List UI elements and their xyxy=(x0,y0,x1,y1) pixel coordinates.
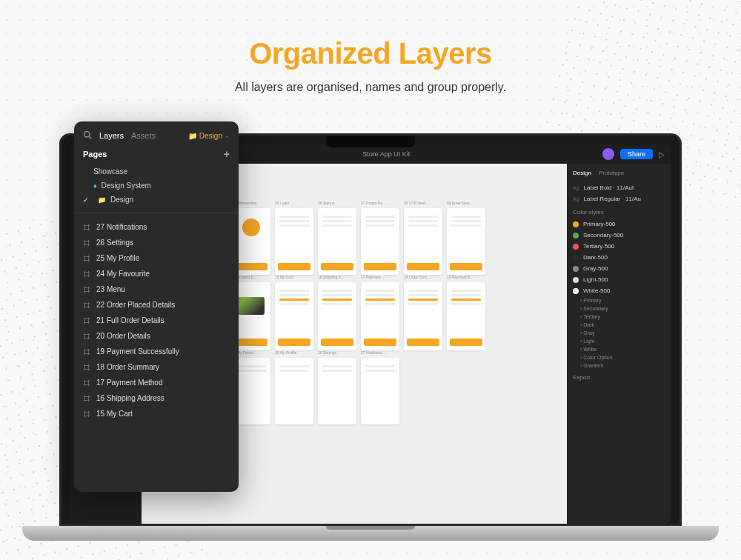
frame-item[interactable]: 19 Payment Successfully xyxy=(83,344,230,359)
color-style-item[interactable]: Light-500 xyxy=(573,274,665,285)
frame-icon xyxy=(83,379,90,387)
frame-item[interactable]: 18 Order Summary xyxy=(83,359,230,375)
frame-item[interactable]: 16 Shipping Address xyxy=(83,390,230,406)
color-swatch xyxy=(573,266,579,272)
tab-prototype[interactable]: Prototype xyxy=(599,170,624,176)
artboard-label: 27 Notificatio… xyxy=(361,350,386,355)
artboard-thumbnail[interactable]: 17 Payment … xyxy=(361,282,399,350)
color-swatch xyxy=(573,244,579,250)
artboard-thumbnail[interactable]: 07 Forgot Pa… xyxy=(361,208,399,275)
frame-icon xyxy=(83,333,90,340)
color-group-item[interactable]: › Secondary xyxy=(573,304,665,313)
artboard-label: 07 Forgot Pa… xyxy=(361,201,386,205)
color-style-item[interactable]: Gray-500 xyxy=(573,263,665,274)
frame-icon xyxy=(83,224,90,231)
tab-assets[interactable]: Assets xyxy=(131,131,156,140)
color-group-item[interactable]: › Light xyxy=(573,337,665,345)
frame-item[interactable]: 23 Menu xyxy=(83,281,230,297)
folder-icon: 📁 xyxy=(98,196,106,204)
color-style-item[interactable]: Dark-500 xyxy=(573,252,665,263)
text-style-item[interactable]: AgLabel Bold · 11/Aut xyxy=(573,182,665,193)
hero-subtitle: All layers are organised, names and grou… xyxy=(0,81,741,94)
frame-icon xyxy=(83,286,90,293)
color-swatch xyxy=(573,221,579,227)
frame-icon xyxy=(83,348,90,356)
artboard-thumbnail[interactable]: 16 Shipping A… xyxy=(318,282,356,350)
color-style-item[interactable]: White-500 xyxy=(573,285,665,296)
color-style-item[interactable]: Tertiary-500 xyxy=(573,241,665,252)
page-indicator[interactable]: 📁 Design ⌄ xyxy=(188,132,230,140)
svg-line-6 xyxy=(89,136,91,139)
artboard-thumbnail[interactable]: 08 OTP Verifi… xyxy=(404,208,442,275)
artboard-thumbnail[interactable]: 15 My Cart xyxy=(275,282,313,350)
frame-item[interactable]: 22 Order Placed Details xyxy=(83,297,230,313)
page-item-selected[interactable]: 📁Design xyxy=(83,193,230,207)
artboard-label: 26 Settings xyxy=(318,350,336,355)
artboard-thumbnail[interactable]: 18 Order Sum… xyxy=(404,282,442,350)
present-icon[interactable]: ▷ xyxy=(659,150,665,159)
color-swatch xyxy=(573,288,579,294)
user-avatar[interactable] xyxy=(602,148,614,160)
gem-icon: ♦ xyxy=(93,182,97,190)
artboard-thumbnail[interactable]: 25 My Profile xyxy=(275,358,313,424)
color-swatch xyxy=(573,255,579,261)
frame-item[interactable]: 27 Notifications xyxy=(83,219,230,235)
artboard-label: 25 My Profile xyxy=(275,350,296,355)
frame-item[interactable]: 15 My Cart xyxy=(83,406,230,421)
page-item[interactable]: ♦Design System xyxy=(83,179,230,193)
frame-item[interactable]: 17 Payment Method xyxy=(83,375,230,390)
frame-icon xyxy=(83,255,90,262)
color-group-item[interactable]: › Primary xyxy=(573,296,665,304)
artboard-label: 16 Shipping A… xyxy=(318,275,345,279)
frame-icon xyxy=(83,410,90,418)
pages-heading: Pages xyxy=(83,150,107,159)
text-style-item[interactable]: AgLabel Regular · 11/Au xyxy=(573,193,665,204)
design-panel: Design Prototype AgLabel Bold · 11/Aut A… xyxy=(567,164,671,524)
artboard-thumbnail[interactable]: 05 Login xyxy=(275,208,313,275)
artboard-label: 15 My Cart xyxy=(275,275,293,279)
artboard-thumbnail[interactable]: 26 Settings xyxy=(318,358,356,424)
page-item[interactable]: Showcase xyxy=(83,164,230,179)
color-group-item[interactable]: › Gray xyxy=(573,329,665,337)
layers-panel-popup: Layers Assets 📁 Design ⌄ Pages + Showcas… xyxy=(74,121,239,492)
frame-icon xyxy=(83,317,90,324)
frame-item[interactable]: 25 My Profile xyxy=(83,250,230,266)
artboard-label: 17 Payment … xyxy=(361,275,385,279)
frame-item[interactable]: 21 Full Order Details xyxy=(83,313,230,328)
tab-design[interactable]: Design xyxy=(573,170,591,176)
tab-layers[interactable]: Layers xyxy=(99,131,124,140)
hero-title: Organized Layers xyxy=(0,37,741,70)
artboard-label: 06 Signup xyxy=(318,201,335,205)
color-group-item[interactable]: › Tertiary xyxy=(573,313,665,321)
frame-icon xyxy=(83,270,90,278)
svg-point-5 xyxy=(84,132,90,138)
share-button[interactable]: Share xyxy=(620,149,653,159)
color-group-item[interactable]: › White xyxy=(573,345,665,353)
artboard-thumbnail[interactable]: 09 Enter New… xyxy=(447,208,485,275)
artboard-label: 08 OTP Verifi… xyxy=(404,201,430,205)
frame-item[interactable]: 20 Order Details xyxy=(83,328,230,344)
color-group-item[interactable]: › Color Option xyxy=(573,353,665,361)
artboard-label: 18 Order Sum… xyxy=(404,275,431,279)
frame-icon xyxy=(83,239,90,247)
export-heading[interactable]: Export xyxy=(573,374,665,381)
color-swatch xyxy=(573,277,579,283)
color-style-item[interactable]: Secondary-500 xyxy=(573,230,665,241)
artboard-thumbnail[interactable]: 06 Signup xyxy=(318,208,356,275)
search-icon[interactable] xyxy=(83,130,92,141)
color-swatch xyxy=(573,233,579,239)
color-style-item[interactable]: Primary-500 xyxy=(573,219,665,230)
frame-icon xyxy=(83,395,90,402)
frame-item[interactable]: 26 Settings xyxy=(83,235,230,250)
artboard-thumbnail[interactable]: 27 Notificatio… xyxy=(361,358,399,424)
artboard-label: 09 Enter New… xyxy=(447,201,473,205)
artboard-label: 05 Login xyxy=(275,201,289,205)
add-page-icon[interactable]: + xyxy=(224,148,230,160)
laptop-notch xyxy=(326,136,415,147)
color-group-item[interactable]: › Dark xyxy=(573,321,665,329)
hero-section: Organized Layers All layers are organise… xyxy=(0,0,741,94)
color-group-item[interactable]: › Gradient xyxy=(573,361,665,370)
artboard-thumbnail[interactable]: 19 Payment S… xyxy=(447,282,485,350)
frame-item[interactable]: 24 My Favourite xyxy=(83,266,230,281)
color-styles-heading: Color styles xyxy=(573,209,665,216)
